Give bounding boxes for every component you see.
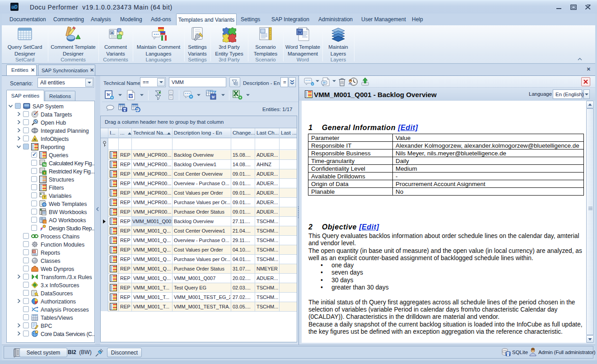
svg-text:W: W xyxy=(129,94,133,98)
svg-text:A: A xyxy=(33,137,37,142)
svg-text:uD: uD xyxy=(11,5,17,9)
svg-text:W: W xyxy=(297,29,302,35)
svg-text:?: ? xyxy=(43,195,46,199)
svg-text:A: A xyxy=(111,31,113,34)
svg-text:W: W xyxy=(107,92,111,97)
svg-text:%: % xyxy=(43,163,46,167)
svg-text:W: W xyxy=(211,95,215,99)
